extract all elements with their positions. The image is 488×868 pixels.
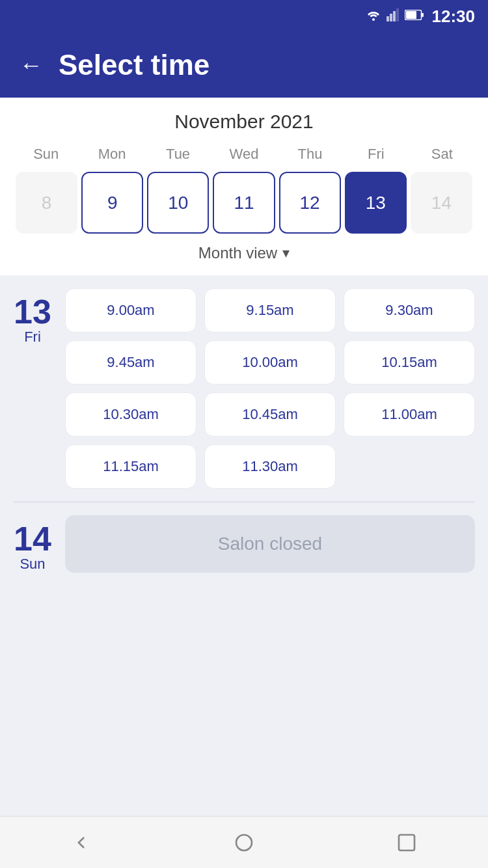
nav-bar xyxy=(0,816,488,868)
time-slot-11-15am[interactable]: 11.15am xyxy=(65,444,197,489)
date-cell-12[interactable]: 12 xyxy=(279,172,341,234)
weekday-wed: Wed xyxy=(211,143,277,165)
nav-home-button[interactable] xyxy=(228,826,260,859)
svg-rect-7 xyxy=(422,13,424,17)
time-slot-9-30am[interactable]: 9.30am xyxy=(344,288,475,332)
time-slot-9-00am[interactable]: 9.00am xyxy=(65,288,197,332)
time-slot-10-30am[interactable]: 10.30am xyxy=(65,392,197,437)
date-cell-9[interactable]: 9 xyxy=(81,172,143,234)
month-view-toggle[interactable]: Month view ▾ xyxy=(13,234,475,269)
day-block-14: 14 Sun Salon closed xyxy=(13,515,475,573)
weekday-sat: Sat xyxy=(409,143,475,165)
weekday-mon: Mon xyxy=(79,143,144,165)
weekday-sun: Sun xyxy=(13,143,79,165)
day-number-13: 13 xyxy=(14,295,51,329)
day-name-14: Sun xyxy=(20,556,45,573)
dates-row: 8 9 10 11 12 13 14 xyxy=(13,172,475,234)
day-name-13: Fri xyxy=(24,329,41,346)
salon-closed-message: Salon closed xyxy=(65,515,475,573)
battery-icon xyxy=(405,10,424,23)
chevron-down-icon: ▾ xyxy=(282,245,290,262)
svg-rect-1 xyxy=(386,16,389,21)
svg-point-0 xyxy=(372,18,375,21)
app-header: ← Select time xyxy=(0,33,488,98)
day-label-13: 13 Fri xyxy=(13,288,52,489)
page-title: Select time xyxy=(59,49,210,81)
nav-back-button[interactable] xyxy=(65,826,98,859)
time-slots-section: 13 Fri 9.00am 9.15am 9.30am 9.45am 10.00… xyxy=(0,275,488,816)
nav-recent-button[interactable] xyxy=(390,826,423,859)
time-slot-11-30am[interactable]: 11.30am xyxy=(204,444,336,489)
divider xyxy=(13,502,475,502)
time-slot-10-45am[interactable]: 10.45am xyxy=(204,392,336,437)
date-cell-11[interactable]: 11 xyxy=(213,172,275,234)
time-grid-13: 9.00am 9.15am 9.30am 9.45am 10.00am 10.1… xyxy=(65,288,475,489)
svg-rect-6 xyxy=(406,11,416,19)
calendar-section: November 2021 Sun Mon Tue Wed Thu Fri Sa… xyxy=(0,98,488,275)
date-cell-10[interactable]: 10 xyxy=(147,172,209,234)
time-slot-9-15am[interactable]: 9.15am xyxy=(204,288,336,332)
weekday-fri: Fri xyxy=(343,143,409,165)
weekday-tue: Tue xyxy=(145,143,211,165)
back-button[interactable]: ← xyxy=(20,51,43,79)
day-block-13: 13 Fri 9.00am 9.15am 9.30am 9.45am 10.00… xyxy=(13,288,475,489)
svg-rect-4 xyxy=(396,8,399,21)
wifi-icon xyxy=(366,9,381,24)
date-cell-8[interactable]: 8 xyxy=(16,172,77,234)
svg-point-8 xyxy=(236,835,252,850)
day-label-14: 14 Sun xyxy=(13,515,52,573)
svg-rect-2 xyxy=(390,14,392,21)
signal-icon xyxy=(386,8,400,25)
status-time: 12:30 xyxy=(432,7,476,27)
svg-rect-3 xyxy=(393,11,396,21)
weekday-thu: Thu xyxy=(277,143,343,165)
weekdays-row: Sun Mon Tue Wed Thu Fri Sat xyxy=(13,143,475,165)
status-icons xyxy=(366,8,424,25)
month-label: November 2021 xyxy=(13,111,475,133)
status-bar: 12:30 xyxy=(0,0,488,33)
month-view-label: Month view xyxy=(198,244,277,262)
day-number-14: 14 xyxy=(14,522,51,556)
date-cell-13[interactable]: 13 xyxy=(345,172,407,234)
time-slot-11-00am[interactable]: 11.00am xyxy=(344,392,475,437)
time-slot-10-00am[interactable]: 10.00am xyxy=(204,340,336,385)
time-slot-9-45am[interactable]: 9.45am xyxy=(65,340,197,385)
svg-rect-9 xyxy=(399,835,414,850)
time-slot-10-15am[interactable]: 10.15am xyxy=(344,340,475,385)
date-cell-14[interactable]: 14 xyxy=(411,172,472,234)
